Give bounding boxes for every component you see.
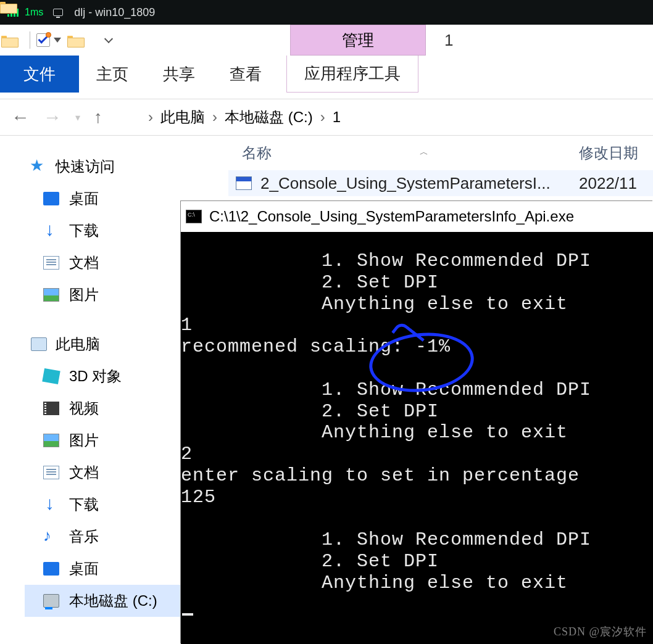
chevron-down-icon[interactable] — [54, 38, 61, 43]
pc-icon — [31, 337, 47, 351]
chevron-right-icon[interactable]: › — [212, 109, 217, 126]
console-title-text: C:\1\2_Console_Using_SystemParametersInf… — [209, 208, 574, 225]
vid-icon — [43, 402, 59, 415]
properties-icon[interactable] — [36, 33, 50, 47]
sidebar-label-quick-access: 快速访问 — [56, 157, 115, 176]
ribbon-context-group: 管理 — [290, 25, 426, 56]
new-folder-icon[interactable] — [67, 34, 83, 46]
tab-app-tools[interactable]: 应用程序工具 — [286, 56, 418, 93]
cube-icon — [42, 368, 60, 384]
tab-share[interactable]: 共享 — [146, 56, 212, 93]
sidebar-group-quick-access[interactable]: 快速访问 — [25, 151, 228, 183]
sidebar-item-label: 视频 — [69, 398, 99, 418]
sidebar-item-label: 本地磁盘 (C:) — [69, 591, 157, 611]
file-name: 2_Console_Using_SystemParametersI... — [260, 174, 570, 193]
file-row[interactable]: 2_Console_Using_SystemParametersI... 202… — [228, 170, 653, 196]
column-header-name-label: 名称 — [242, 144, 272, 161]
forward-button[interactable]: → — [43, 107, 62, 128]
sidebar-item-label: 桌面 — [69, 559, 99, 579]
tab-home[interactable]: 主页 — [79, 56, 146, 93]
back-button[interactable]: ← — [11, 107, 30, 128]
file-date: 2022/11 — [579, 174, 653, 193]
folder-icon — [122, 110, 141, 125]
crumb-this-pc[interactable]: 此电脑 — [160, 107, 205, 127]
qat-dropdown-icon[interactable] — [104, 35, 113, 43]
console-output[interactable]: 1. Show Recommended DPI 2. Set DPI Anyth… — [181, 232, 653, 616]
exe-icon — [236, 176, 252, 190]
window-title: 1 — [444, 25, 453, 56]
chevron-right-icon[interactable]: › — [320, 109, 325, 126]
history-dropdown-icon[interactable]: ▾ — [75, 112, 80, 123]
remote-title: dlj - win10_1809 — [74, 6, 155, 19]
monitor-icon — [53, 9, 63, 16]
up-button[interactable]: ↑ — [94, 107, 102, 127]
pic-icon — [43, 434, 59, 447]
doc-icon — [43, 256, 59, 270]
sidebar-item-label: 音乐 — [69, 527, 99, 547]
crumb-folder-1[interactable]: 1 — [333, 109, 341, 126]
chevron-right-icon[interactable]: › — [148, 109, 153, 126]
breadcrumb[interactable]: › 此电脑 › 本地磁盘 (C:) › 1 — [116, 107, 642, 127]
music-icon — [43, 530, 59, 543]
folder-icon[interactable] — [1, 34, 17, 46]
star-icon — [31, 160, 47, 173]
tab-view[interactable]: 查看 — [212, 56, 279, 93]
sidebar-item-label: 图片 — [69, 285, 99, 305]
watermark: CSDN @宸汐软件 — [554, 624, 647, 639]
crumb-drive-c[interactable]: 本地磁盘 (C:) — [225, 107, 313, 127]
sidebar-item-label: 下载 — [69, 221, 99, 241]
desktop-icon — [43, 562, 59, 576]
dl-icon — [43, 224, 59, 237]
sidebar-item-label: 桌面 — [69, 189, 99, 208]
remote-session-bar: 1ms dlj - win10_1809 — [0, 0, 653, 25]
cmd-icon — [186, 210, 202, 223]
dl-icon — [43, 498, 59, 511]
sidebar-item-label: 文档 — [69, 463, 99, 482]
console-titlebar[interactable]: C:\1\2_Console_Using_SystemParametersInf… — [181, 201, 653, 232]
sort-asc-icon: ︿ — [420, 147, 428, 158]
sidebar-item-label: 3D 对象 — [69, 366, 122, 386]
latency-label: 1ms — [25, 7, 43, 18]
drive-icon — [43, 594, 59, 608]
doc-icon — [43, 466, 59, 479]
tab-file[interactable]: 文件 — [0, 56, 79, 93]
desktop-icon — [43, 192, 59, 205]
ribbon-tabs: 文件 主页 共享 查看 应用程序工具 — [0, 56, 653, 93]
sidebar-item-label: 下载 — [69, 495, 99, 514]
column-header-date[interactable]: 修改日期 — [579, 143, 653, 163]
separator — [30, 31, 30, 49]
pic-icon — [43, 288, 59, 302]
sidebar-item-label: 文档 — [69, 253, 99, 273]
column-header-name[interactable]: 名称 ︿ — [228, 143, 579, 163]
console-window[interactable]: C:\1\2_Console_Using_SystemParametersInf… — [181, 201, 653, 644]
sidebar-item-label: 图片 — [69, 431, 99, 450]
sidebar-label-this-pc: 此电脑 — [56, 334, 100, 354]
column-headers: 名称 ︿ 修改日期 — [228, 136, 653, 170]
nav-row: ← → ▾ ↑ › 此电脑 › 本地磁盘 (C:) › 1 — [0, 99, 653, 136]
